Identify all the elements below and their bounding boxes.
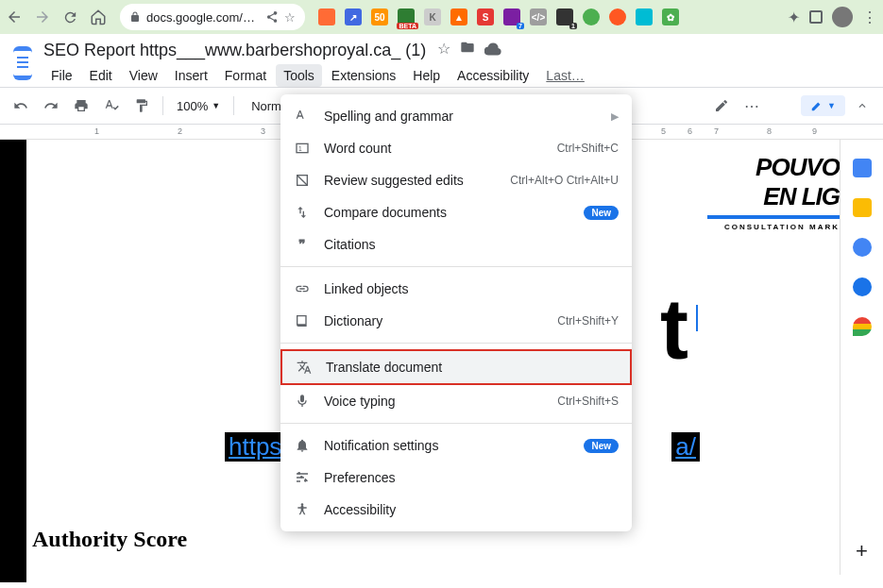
menu-word-count[interactable]: 1 Word count Ctrl+Shift+C <box>280 132 632 164</box>
menu-notifications[interactable]: Notification settings New <box>280 429 632 462</box>
ext-icon[interactable]: ▲ <box>450 8 467 25</box>
share-url-icon[interactable] <box>265 10 279 24</box>
add-icon[interactable]: + <box>856 539 868 563</box>
star-icon[interactable]: ☆ <box>284 10 296 25</box>
calendar-icon[interactable] <box>853 159 872 177</box>
ext-icon[interactable] <box>636 8 653 25</box>
menu-bar: File Edit View Insert Format Tools Exten… <box>43 64 875 87</box>
ext-icon[interactable] <box>318 8 335 25</box>
undo-button[interactable] <box>8 92 34 119</box>
browser-avatar[interactable] <box>832 7 853 27</box>
svg-text:1: 1 <box>298 145 302 152</box>
menu-view[interactable]: View <box>122 64 165 87</box>
menu-preferences[interactable]: Preferences <box>280 462 632 494</box>
menu-accessibility[interactable]: Accessibility <box>450 64 536 87</box>
ext-icon[interactable]: ↗ <box>345 8 362 25</box>
browser-menu-icon[interactable]: ⋮ <box>862 8 877 26</box>
docs-logo[interactable] <box>13 46 32 80</box>
menu-dictionary[interactable]: Dictionary Ctrl+Shift+Y <box>280 305 632 337</box>
browser-chrome: docs.google.com/d… ☆ ↗ 50 BETA K ▲ S 7 <… <box>0 0 883 34</box>
ext-icon[interactable]: S <box>477 8 494 25</box>
browser-right: ✦ ⋮ <box>788 7 877 27</box>
doc-url-part1[interactable]: https <box>225 432 285 462</box>
menu-edit[interactable]: Edit <box>82 64 120 87</box>
highlight-button[interactable] <box>708 92 735 119</box>
menu-spelling[interactable]: Spelling and grammar ▶ <box>280 100 632 132</box>
forward-icon[interactable] <box>34 8 51 25</box>
star-doc-icon[interactable]: ☆ <box>437 40 450 60</box>
reload-icon[interactable] <box>62 9 78 25</box>
toolbar-right: ⋯ ▼ <box>708 92 875 119</box>
docs-header: SEO Report https___www.barbershoproyal.c… <box>0 34 883 87</box>
side-panel: + <box>840 140 883 575</box>
svg-point-9 <box>301 503 304 506</box>
collapse-button[interactable] <box>849 92 875 119</box>
menu-citations[interactable]: ❞ Citations <box>280 228 632 260</box>
redo-button[interactable] <box>38 92 64 119</box>
accessibility-icon <box>294 501 311 518</box>
big-letter: t <box>660 281 688 378</box>
prefs-icon <box>294 469 311 486</box>
svg-point-8 <box>297 472 300 475</box>
menu-translate[interactable]: Translate document <box>280 349 632 385</box>
tab-icon[interactable] <box>809 10 823 24</box>
back-icon[interactable] <box>6 8 23 25</box>
compare-icon <box>294 204 311 221</box>
cloud-status-icon[interactable] <box>484 40 501 60</box>
review-icon <box>294 172 311 189</box>
menu-linked-objects[interactable]: Linked objects <box>280 273 632 305</box>
contacts-icon[interactable] <box>853 277 872 296</box>
heading-authority-score: Authority Score <box>32 527 187 552</box>
ext-icon[interactable] <box>583 8 600 25</box>
tasks-icon[interactable] <box>853 238 872 257</box>
text-cursor <box>696 305 698 331</box>
zoom-select[interactable]: 100% ▼ <box>171 99 226 113</box>
home-icon[interactable] <box>90 8 107 25</box>
ext-icon[interactable]: 7 <box>503 8 520 25</box>
paint-format-button[interactable] <box>128 92 155 119</box>
menu-insert[interactable]: Insert <box>167 64 215 87</box>
svg-point-6 <box>304 479 307 482</box>
chevron-right-icon: ▶ <box>611 110 619 123</box>
menu-tools[interactable]: Tools <box>276 64 322 87</box>
citations-icon: ❞ <box>294 236 311 253</box>
spellcheck-button[interactable] <box>98 92 125 119</box>
move-icon[interactable] <box>460 40 475 60</box>
more-button[interactable]: ⋯ <box>739 92 765 119</box>
menu-last-edit[interactable]: Last… <box>538 64 591 87</box>
ext-icon[interactable]: 50 <box>371 8 388 25</box>
page-edge <box>0 140 26 582</box>
word-count-icon: 1 <box>294 140 311 157</box>
translate-icon <box>296 359 313 376</box>
menu-extensions[interactable]: Extensions <box>324 64 403 87</box>
puzzle-icon[interactable]: ✦ <box>788 8 800 26</box>
bell-icon <box>294 437 311 454</box>
doc-title[interactable]: SEO Report https___www.barbershoproyal.c… <box>43 41 426 60</box>
ext-icon[interactable]: BETA <box>398 8 415 25</box>
menu-help[interactable]: Help <box>405 64 448 87</box>
address-bar[interactable]: docs.google.com/d… ☆ <box>120 4 305 30</box>
link-icon <box>294 280 311 297</box>
edit-mode-button[interactable]: ▼ <box>801 95 845 116</box>
menu-format[interactable]: Format <box>217 64 274 87</box>
extensions-row: ↗ 50 BETA K ▲ S 7 </> 1 ✿ <box>318 8 679 25</box>
doc-logo: POUVO EN LIG CONSULTATION MARK <box>707 153 840 231</box>
ext-icon[interactable]: K <box>424 8 441 25</box>
ext-icon[interactable]: </> <box>530 8 547 25</box>
lock-icon <box>129 11 141 23</box>
spellcheck-icon <box>294 108 311 125</box>
keep-icon[interactable] <box>853 198 872 217</box>
ext-icon[interactable] <box>609 8 626 25</box>
menu-file[interactable]: File <box>43 64 80 87</box>
print-button[interactable] <box>68 92 94 119</box>
menu-review-edits[interactable]: Review suggested edits Ctrl+Alt+O Ctrl+A… <box>280 164 632 196</box>
maps-icon[interactable] <box>853 317 872 336</box>
menu-accessibility-item[interactable]: Accessibility <box>280 494 632 526</box>
dictionary-icon <box>294 312 311 329</box>
ext-icon[interactable]: 1 <box>556 8 573 25</box>
mic-icon <box>294 393 311 410</box>
doc-url-part2[interactable]: a/ <box>671 432 700 462</box>
menu-voice-typing[interactable]: Voice typing Ctrl+Shift+S <box>280 385 632 417</box>
menu-compare[interactable]: Compare documents New <box>280 196 632 228</box>
ext-icon[interactable]: ✿ <box>662 8 679 25</box>
